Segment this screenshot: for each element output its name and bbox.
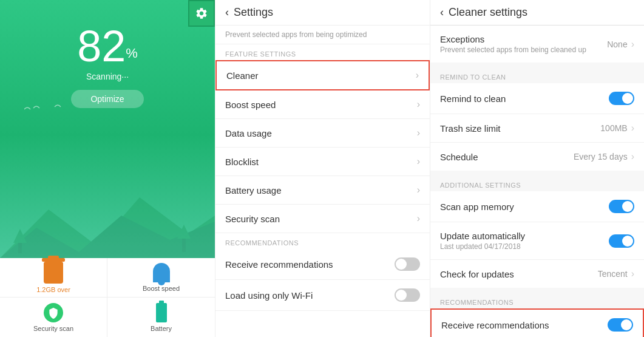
blocklist-label: Blocklist [225,157,259,167]
schedule-chevron: › [631,151,634,162]
gear-icon [195,7,208,20]
menu-item-receive-rec[interactable]: Receive recommendations [215,249,430,280]
right-panel: ‹ Cleaner settings Exceptions Prevent se… [430,0,644,337]
boost-speed-label: Boost speed [225,100,276,110]
security-scan-label: Security scan [225,214,280,224]
back-icon[interactable]: ‹ [225,6,229,19]
trash-size-value: 100MB [600,123,627,133]
check-updates-chevron: › [631,268,634,279]
exceptions-item[interactable]: Exceptions Prevent selected apps from be… [430,26,644,63]
receive-rec-right-item[interactable]: Receive recommendations [432,310,643,337]
boost-label: Boost speed [143,285,180,292]
remind-clean-toggle[interactable] [609,92,634,105]
update-auto-toggle[interactable] [609,234,634,248]
right-recommendations-section: Receive recommendations [430,308,644,337]
trash-size-item[interactable]: Trash size limit 100MB › [430,114,644,143]
left-panel: 82% Scanning··· Optimize 1.2GB over Boos… [0,0,215,337]
menu-item-blocklist[interactable]: Blocklist › [215,148,430,176]
right-back-icon[interactable]: ‹ [440,6,444,19]
middle-header-title: Settings [234,6,273,19]
optimize-button[interactable]: Optimize [71,90,143,108]
wifi-only-label: Load using only Wi-Fi [225,290,313,301]
middle-header: ‹ Settings [215,0,430,26]
feature-settings-label: FEATURE SETTINGS [215,44,430,60]
gear-button[interactable] [188,0,215,27]
scan-memory-toggle[interactable] [609,200,634,213]
remind-to-clean-title: Remind to clean [440,94,609,104]
scanning-text: Scanning··· [77,72,138,81]
recommendations-label: RECOMMENDATIONS [215,233,430,249]
storage-label: 1.2GB over [36,286,70,293]
check-updates-title: Check for updates [440,269,598,279]
battery-icon-item[interactable]: Battery [107,298,215,337]
update-auto-title: Update automatically [440,231,609,241]
prevent-text: Prevent selected apps from being optimiz… [215,26,430,44]
menu-item-wifi-only[interactable]: Load using only Wi-Fi [215,280,430,311]
data-usage-chevron: › [417,128,420,138]
menu-item-battery[interactable]: Battery usage › [215,176,430,205]
percent-symbol: % [126,46,138,61]
battery-usage-label: Battery usage [225,185,282,196]
right-header-title: Cleaner settings [449,6,527,19]
scan-app-memory-title: Scan app memory [440,202,609,212]
storage-icon-item[interactable]: 1.2GB over [0,258,107,298]
check-updates-value: Tencent [598,269,628,279]
percentage-number: 82 [77,22,126,70]
receive-rec-right-toggle[interactable] [608,318,633,332]
schedule-value: Every 15 days [574,152,628,162]
trash-icon [44,262,63,284]
security-icon-item[interactable]: Security scan [0,298,107,337]
cleaner-label: Cleaner [226,70,259,81]
update-auto-item[interactable]: Update automatically Last updated 04/17/… [430,222,644,260]
right-header: ‹ Cleaner settings [430,0,644,26]
receive-rec-label: Receive recommendations [225,259,333,270]
remind-to-clean-item[interactable]: Remind to clean [430,83,644,114]
schedule-title: Schedule [440,152,574,162]
security-icon [44,303,63,322]
remind-section: Remind to clean Trash size limit 100MB ›… [430,83,644,171]
receive-rec-right-title: Receive recommendations [441,320,608,330]
update-auto-sub: Last updated 04/17/2018 [440,242,609,251]
remind-section-label: REMIND TO CLEAN [430,67,644,83]
trash-size-title: Trash size limit [440,123,600,134]
battery-usage-chevron: › [417,185,420,196]
birds-decoration [24,103,73,115]
middle-panel: ‹ Settings Prevent selected apps from be… [215,0,430,337]
battery-icon [156,303,167,322]
bell-icon [153,263,170,282]
battery-label: Battery [151,325,172,332]
boost-icon-item[interactable]: Boost speed [107,258,215,298]
additional-section-label: ADDITIONAL SETTINGS [430,175,644,191]
svg-rect-4 [182,237,186,252]
receive-rec-toggle[interactable] [395,257,420,271]
cleaner-chevron: › [416,70,419,81]
exceptions-desc: Prevent selected apps from being cleaned… [440,46,607,54]
percentage-area: 82% Scanning··· [77,24,138,81]
scan-app-memory-item[interactable]: Scan app memory [430,191,644,222]
menu-item-cleaner[interactable]: Cleaner › [215,60,430,90]
exceptions-title: Exceptions [440,34,607,44]
schedule-item[interactable]: Schedule Every 15 days › [430,143,644,171]
security-label: Security scan [33,325,73,332]
menu-item-data-usage[interactable]: Data usage › [215,119,430,148]
wifi-only-toggle[interactable] [395,288,420,302]
bottom-icons-grid: 1.2GB over Boost speed Security scan Bat… [0,258,215,337]
menu-item-security-scan[interactable]: Security scan › [215,205,430,233]
additional-section: Scan app memory Update automatically Las… [430,191,644,288]
exceptions-chevron: › [631,39,634,50]
security-scan-chevron: › [417,213,420,224]
menu-item-boost[interactable]: Boost speed › [215,90,430,119]
right-recommendations-label: RECOMMENDATIONS [430,293,644,308]
mountain-scenery [0,185,215,258]
trash-size-chevron: › [631,123,634,134]
check-updates-item[interactable]: Check for updates Tencent › [430,260,644,288]
data-usage-label: Data usage [225,128,272,138]
boost-chevron: › [417,99,420,110]
blocklist-chevron: › [417,156,420,167]
exceptions-section: Exceptions Prevent selected apps from be… [430,26,644,63]
exceptions-value: None [607,39,627,49]
